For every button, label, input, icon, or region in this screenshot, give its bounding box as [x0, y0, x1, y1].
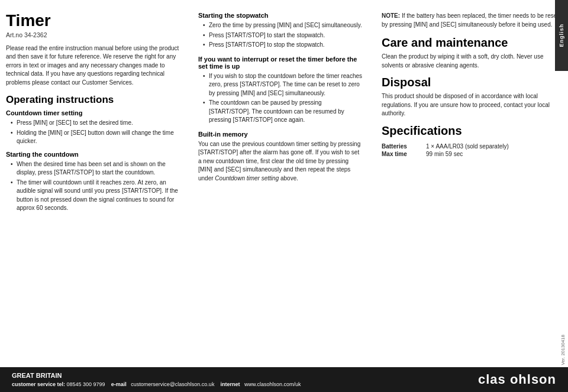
language-label: English [559, 24, 564, 47]
footer: GREAT BRITAIN customer service tel: 0854… [0, 367, 568, 392]
list-item: The countdown can be paused by pressing … [203, 99, 364, 125]
list-item: Holding the [MIN] or [SEC] button down w… [11, 129, 180, 146]
starting-list: When the desired time has been set and i… [6, 160, 180, 213]
footer-country: GREAT BRITAIN [12, 371, 301, 381]
table-row: Max time 99 min 59 sec [382, 150, 562, 158]
list-item: Press [START/STOP] to start the stopwatc… [203, 31, 364, 40]
brand-first: clas [478, 372, 510, 387]
footer-contact-line: customer service tel: 08545 300 9799 e-m… [12, 381, 301, 389]
disposal-text: This product should be disposed of in ac… [382, 92, 562, 118]
spec-value: 99 min 59 sec [426, 150, 562, 158]
list-item: The timer will countdown until it reache… [11, 179, 180, 213]
countdown-list: Press [MIN] or [SEC] to set the desired … [6, 119, 180, 146]
care-text: Clean the product by wiping it with a so… [382, 53, 562, 70]
intro-text: Please read the entire instruction manua… [6, 44, 180, 88]
middle-column: Starting the stopwatch Zero the time by … [189, 12, 373, 361]
interrupt-title: If you want to interrupt or reset the ti… [198, 56, 364, 70]
specifications-section: Specifications Batteries 1 × AAA/LR03 (s… [382, 124, 562, 158]
interrupt-section: If you want to interrupt or reset the ti… [198, 56, 364, 125]
footer-internet-label: internet [220, 381, 240, 387]
countdown-title: Countdown timer setting [6, 109, 180, 116]
starting-title: Starting the countdown [6, 151, 180, 158]
version-label: Ver. 20130418 [560, 335, 566, 365]
memory-text: You can use the previous countdown timer… [198, 140, 364, 183]
table-row: Batteries 1 × AAA/LR03 (sold separately) [382, 142, 562, 150]
brand-logo: clas ohlson [478, 372, 556, 387]
note-text: NOTE: If the battery has been replaced, … [382, 12, 562, 29]
art-number: Art.no 34-2362 [6, 31, 180, 38]
care-section: Care and maintenance Clean the product b… [382, 36, 562, 70]
footer-tel: 08545 300 9799 [67, 381, 105, 387]
language-tab: English [555, 0, 568, 71]
footer-website: www.clasohlson.com/uk [244, 381, 301, 387]
operating-instructions-title: Operating instructions [6, 94, 180, 106]
specs-table: Batteries 1 × AAA/LR03 (sold separately)… [382, 142, 562, 158]
right-column: NOTE: If the battery has been replaced, … [373, 12, 562, 361]
footer-tel-label: customer service tel: [12, 381, 65, 387]
stopwatch-list: Zero the time by pressing [MIN] and [SEC… [198, 21, 364, 50]
list-item: Press [MIN] or [SEC] to set the desired … [11, 119, 180, 128]
stopwatch-title: Starting the stopwatch [198, 12, 364, 19]
stopwatch-section: Starting the stopwatch Zero the time by … [198, 12, 364, 50]
note-section: NOTE: If the battery has been replaced, … [382, 12, 562, 29]
left-column: Timer Art.no 34-2362 Please read the ent… [6, 12, 189, 361]
interrupt-list: If you wish to stop the countdown before… [198, 72, 364, 125]
memory-title: Built-in memory [198, 131, 364, 138]
list-item: If you wish to stop the countdown before… [203, 72, 364, 98]
brand-second: ohlson [510, 372, 556, 387]
list-item: Press [START/STOP] to stop the stopwatch… [203, 41, 364, 50]
footer-email: customerservice@clasohlson.co.uk [131, 381, 214, 387]
operating-instructions-section: Operating instructions Countdown timer s… [6, 94, 180, 213]
list-item: Zero the time by pressing [MIN] and [SEC… [203, 21, 364, 30]
product-title: Timer [6, 12, 180, 30]
specs-title: Specifications [382, 124, 562, 138]
disposal-section: Disposal This product should be disposed… [382, 76, 562, 118]
main-content: Timer Art.no 34-2362 Please read the ent… [0, 0, 568, 367]
spec-label: Batteries [382, 142, 426, 150]
list-item: When the desired time has been set and i… [11, 160, 180, 177]
disposal-title: Disposal [382, 76, 562, 89]
spec-label: Max time [382, 150, 426, 158]
footer-email-label: e-mail [111, 381, 127, 387]
spec-value: 1 × AAA/LR03 (sold separately) [426, 142, 562, 150]
footer-contact: GREAT BRITAIN customer service tel: 0854… [12, 371, 301, 388]
page-wrapper: English Ver. 20130418 Timer Art.no 34-23… [0, 0, 568, 392]
care-title: Care and maintenance [382, 36, 562, 50]
memory-section: Built-in memory You can use the previous… [198, 131, 364, 183]
